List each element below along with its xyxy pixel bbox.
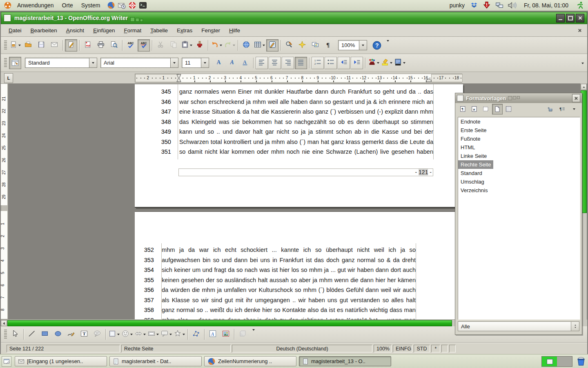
callout-button[interactable] [91, 328, 103, 341]
bold-button[interactable]: A [213, 57, 225, 69]
page-footer[interactable]: - 121 - [178, 168, 433, 176]
menu-hilfe[interactable]: Hilfe [225, 26, 245, 35]
basic-shapes-button[interactable] [108, 328, 120, 341]
close-button[interactable] [576, 14, 584, 22]
italic-button[interactable]: A [226, 57, 238, 69]
font-name-combobox[interactable]: Arial [100, 58, 178, 68]
font-color-button[interactable] [368, 57, 380, 69]
callouts-button[interactable] [160, 328, 172, 341]
rectangle-button[interactable] [39, 328, 51, 341]
justify-button[interactable] [295, 57, 307, 69]
volume-icon[interactable] [508, 1, 517, 10]
new-document-button-dropdown-icon[interactable] [18, 45, 21, 46]
line-text[interactable]: kann und so .. und davor halt gar nicht … [179, 127, 433, 137]
align-right-button[interactable] [282, 57, 294, 69]
align-left-button[interactable] [256, 57, 268, 69]
bullet-list-button[interactable] [325, 57, 337, 69]
toolbar-grip[interactable] [4, 58, 7, 68]
top-menu-orte[interactable]: Orte [58, 1, 77, 9]
line-text[interactable]: als Klasse so wir sind gut mit ihr umgeg… [162, 295, 416, 305]
email-button[interactable] [48, 39, 60, 52]
cut-button[interactable] [154, 39, 167, 52]
maximize-button[interactable] [566, 14, 575, 22]
block-arrows-button-dropdown-icon[interactable] [143, 334, 146, 335]
distro-logo-icon[interactable] [3, 1, 12, 10]
page-styles-tab[interactable] [492, 104, 503, 114]
top-menu-anwendungen[interactable]: Anwendungen [13, 1, 58, 9]
style-item-linke-seite[interactable]: Linke Seite [458, 153, 487, 159]
from-file-button[interactable] [220, 328, 232, 341]
firefox-icon[interactable] [107, 1, 116, 10]
find-replace-button[interactable] [283, 39, 295, 52]
line-button[interactable] [26, 328, 38, 341]
auto-spellcheck-button[interactable]: ABC [138, 39, 150, 52]
line-text[interactable]: eine krasse Situation & da hat die Kassi… [179, 107, 433, 117]
gallery-button[interactable] [309, 39, 321, 52]
minimize-button[interactable] [556, 14, 565, 22]
status-zoom[interactable]: 100% [374, 345, 392, 352]
terminal-icon[interactable] [138, 1, 147, 10]
dropbox-icon[interactable] [470, 1, 479, 10]
status-insert-mode[interactable]: EINFG [393, 345, 412, 352]
status-selection-mode[interactable]: STD [414, 345, 430, 352]
font-size-combobox[interactable]: 11 [182, 58, 209, 68]
draw-functions-button[interactable] [266, 39, 278, 52]
menu-tabelle[interactable]: Tabelle [146, 26, 172, 35]
scroll-up-icon[interactable] [581, 84, 587, 90]
toolbar-grip[interactable] [4, 40, 7, 50]
spellcheck-button[interactable]: ABC [125, 39, 137, 52]
open-button[interactable] [22, 39, 34, 52]
toolbar-grip[interactable] [4, 330, 7, 339]
styles-filter-spinner-icon[interactable] [571, 321, 579, 331]
status-cell[interactable] [441, 345, 448, 352]
increase-indent-button[interactable] [351, 57, 363, 69]
line-text[interactable]: mhm ja da war ich echt schockiert ... ka… [162, 245, 416, 255]
style-item-umschlag[interactable]: Umschlag [458, 179, 484, 185]
flowcharts-button[interactable] [147, 328, 159, 341]
status-cell[interactable] [449, 345, 456, 352]
style-item-standard[interactable]: Standard [458, 170, 482, 176]
line-text[interactable]: keinen gesehen der so ausländisch halt a… [162, 275, 416, 285]
horizontal-ruler[interactable]: 21123456789101112131415161718 [135, 74, 462, 83]
tab-type-selector[interactable]: L [4, 73, 13, 83]
insert-table-button[interactable] [253, 39, 265, 52]
edit-points-button[interactable] [190, 328, 202, 341]
scroll-left-icon[interactable] [1, 320, 7, 326]
background-color-button[interactable] [394, 57, 406, 69]
close-button[interactable] [572, 94, 580, 102]
toolbar-overflow-icon[interactable] [581, 64, 584, 72]
line-text[interactable]: das Kleingeld was sie bekommen hat so na… [179, 117, 433, 127]
style-actions-dropdown[interactable] [569, 104, 579, 114]
style-item-verzeichnis[interactable]: Verzeichnis [458, 187, 488, 193]
menu-bearbeiten[interactable]: Bearbeiten [26, 26, 62, 35]
formatting-marks-button[interactable]: ¶ [322, 39, 334, 52]
menu-einfügen[interactable]: Einfügen [89, 26, 119, 35]
extrusion-button[interactable] [236, 328, 249, 341]
status-page[interactable]: Seite 121 / 222 [7, 345, 120, 352]
style-item-endnote[interactable]: Endnote [458, 119, 480, 125]
menu-datei[interactable]: Datei [4, 26, 26, 35]
character-styles-tab[interactable]: a [469, 104, 480, 114]
new-style-from-selection[interactable]: ¶ [557, 104, 568, 114]
undo-button-dropdown-icon[interactable] [220, 45, 222, 46]
stars-button[interactable] [173, 328, 185, 341]
undo-button[interactable] [210, 39, 223, 52]
menu-ansicht[interactable]: Ansicht [62, 26, 89, 35]
line-text[interactable]: ganz normal so .. weißt du ich denke hie… [162, 305, 416, 315]
new-document-button[interactable] [9, 39, 21, 52]
redo-button-dropdown-icon[interactable] [233, 45, 235, 46]
block-arrows-button[interactable] [134, 328, 146, 341]
font-size-dropdown-icon[interactable] [201, 58, 209, 68]
page-number-field[interactable]: 121 [419, 169, 428, 175]
logout-icon[interactable] [576, 1, 585, 10]
highlighting-button[interactable] [381, 57, 393, 69]
frame-styles-tab[interactable] [481, 104, 491, 114]
symbol-shapes-button[interactable] [121, 328, 133, 341]
highlighting-button-dropdown-icon[interactable] [390, 62, 392, 64]
insert-table-button-dropdown-icon[interactable] [263, 45, 265, 46]
menu-extras[interactable]: Extras [172, 26, 197, 35]
redo-button[interactable] [223, 39, 236, 52]
paragraph-style-dropdown-icon[interactable] [89, 58, 97, 68]
show-desktop-button[interactable] [2, 356, 11, 367]
font-name-dropdown-icon[interactable] [171, 58, 178, 68]
